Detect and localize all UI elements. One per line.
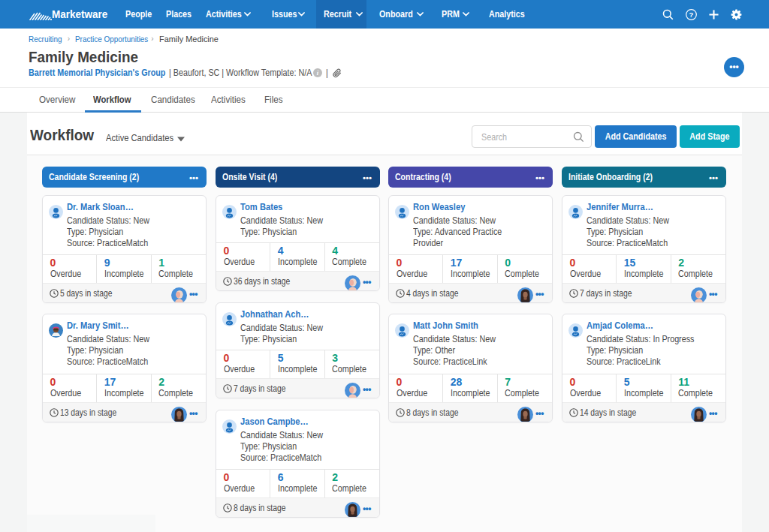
svg-text:?: ?: [689, 11, 694, 19]
